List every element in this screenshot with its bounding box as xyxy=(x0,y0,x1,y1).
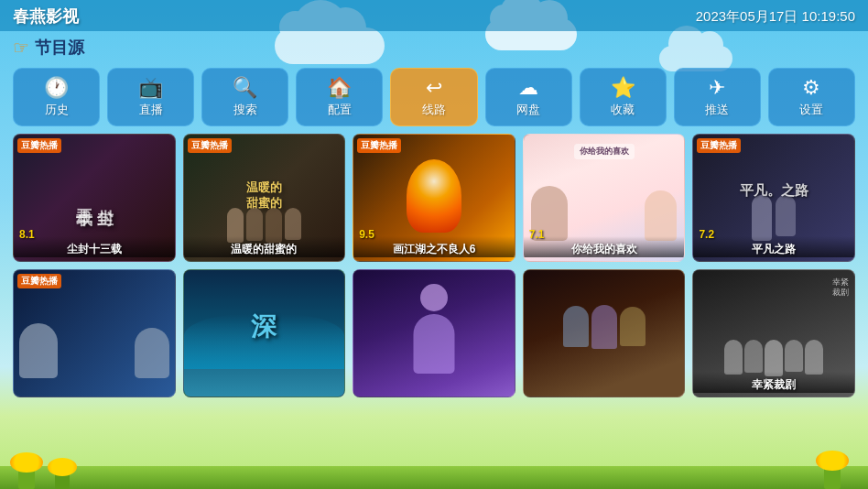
nav-item-collect[interactable]: ⭐ 收藏 xyxy=(580,68,667,126)
history-icon: 🕐 xyxy=(44,78,69,98)
nav-item-history[interactable]: 🕐 历史 xyxy=(13,68,100,126)
badge-6: 豆瓣热播 xyxy=(17,274,61,288)
nav-item-config[interactable]: 🏠 配置 xyxy=(296,68,383,126)
settings-icon: ⚙ xyxy=(802,78,820,98)
top-bar: 春燕影视 2023年05月17日 10:19:50 xyxy=(0,0,868,31)
badge-2: 豆瓣热播 xyxy=(188,138,232,153)
nav-item-route[interactable]: ↩ 线路 xyxy=(390,68,477,126)
nav-label-history: 历史 xyxy=(45,102,69,118)
title-3: 画江湖之不良人6 xyxy=(353,236,515,257)
collect-icon: ⭐ xyxy=(611,78,635,98)
nav-label-route: 线路 xyxy=(422,102,446,118)
nav-item-cloud[interactable]: ☁ 网盘 xyxy=(485,68,572,126)
movie-card-8[interactable]: 豆瓣热播 xyxy=(353,269,515,397)
push-icon: ✈ xyxy=(709,78,725,98)
badge-1: 豆瓣热播 xyxy=(17,138,61,153)
title-1: 尘封十三载 xyxy=(14,236,175,257)
nav-label-cloud: 网盘 xyxy=(516,102,540,118)
nav-label-settings: 设置 xyxy=(799,102,823,118)
nav-grid: 🕐 历史 📺 直播 🔍 搜索 🏠 配置 ↩ 线路 ☁ 网盘 ⭐ 收藏 ✈ 推送 … xyxy=(0,64,868,134)
section-header: ☞ 节目源 xyxy=(0,31,868,64)
nav-item-settings[interactable]: ⚙ 设置 xyxy=(768,68,855,126)
nav-item-live[interactable]: 📺 直播 xyxy=(107,68,194,126)
movie-card-3[interactable]: 豆瓣热播 9.5 画江湖之不良人6 xyxy=(353,134,515,262)
movie-card-5[interactable]: 豆瓣热播 平凡。之路 7.2 平凡之路 xyxy=(692,134,855,262)
grass-decoration xyxy=(0,466,868,489)
movie-card-2[interactable]: 豆瓣热播 温暖的甜蜜的 温暖的甜蜜的 xyxy=(183,134,346,262)
nav-label-push: 推送 xyxy=(705,102,729,118)
nav-label-search: 搜索 xyxy=(233,102,257,118)
live-icon: 📺 xyxy=(138,78,163,98)
movie-card-1[interactable]: 豆瓣热播 尘封十三载 8.1 尘封十三载 xyxy=(13,134,176,262)
poster-text-1: 尘封十三载 xyxy=(19,153,169,238)
title-4: 你给我的喜欢 xyxy=(524,236,685,257)
nav-label-collect: 收藏 xyxy=(611,102,635,118)
movie-card-9[interactable]: 豆瓣热播 xyxy=(523,269,686,397)
route-icon: ↩ xyxy=(426,78,442,98)
title-5: 平凡之路 xyxy=(693,236,854,257)
title-10: 幸紧裁剧 xyxy=(693,372,854,393)
app-title: 春燕影视 xyxy=(13,5,79,27)
movie-card-4[interactable]: 豆瓣热播 你给我的喜欢 7.1 你给我的喜欢 xyxy=(523,134,686,262)
movie-card-6[interactable]: 豆瓣热播 xyxy=(13,269,176,397)
movie-card-10[interactable]: 豆瓣热播 幸紧裁剧 幸紧裁剧 xyxy=(692,269,855,397)
search-icon: 🔍 xyxy=(233,78,257,98)
nav-label-config: 配置 xyxy=(328,102,352,118)
nav-item-search[interactable]: 🔍 搜索 xyxy=(201,68,288,126)
config-icon: 🏠 xyxy=(327,78,352,98)
nav-label-live: 直播 xyxy=(139,102,163,118)
section-arrow: ☞ xyxy=(13,37,29,59)
section-title: 节目源 xyxy=(35,37,84,59)
movie-card-7[interactable]: 豆瓣热播 深 xyxy=(183,269,346,397)
nav-item-push[interactable]: ✈ 推送 xyxy=(674,68,761,126)
movie-row-1: 豆瓣热播 尘封十三载 8.1 尘封十三载 豆瓣热播 温暖的甜蜜的 温暖的甜蜜的 … xyxy=(13,134,855,262)
movie-row-2: 豆瓣热播 豆瓣热播 深 豆瓣热播 豆瓣热播 xyxy=(13,269,855,397)
title-2: 温暖的甜蜜的 xyxy=(184,236,345,257)
datetime: 2023年05月17日 10:19:50 xyxy=(696,8,855,26)
cloud-icon: ☁ xyxy=(518,78,538,98)
content-area: 豆瓣热播 尘封十三载 8.1 尘封十三载 豆瓣热播 温暖的甜蜜的 温暖的甜蜜的 … xyxy=(0,134,868,397)
